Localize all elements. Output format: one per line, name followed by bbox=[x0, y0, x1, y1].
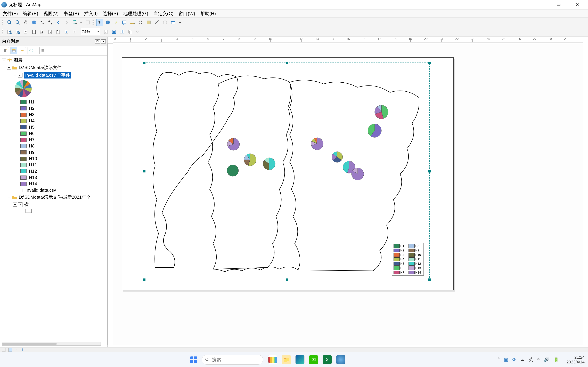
html-popup-icon[interactable] bbox=[121, 19, 128, 26]
toc-group[interactable]: D:\SDMdata\演示文件\最新2021年全 bbox=[19, 194, 91, 200]
legend-row[interactable]: H4 bbox=[2, 118, 106, 124]
legend-row[interactable]: H14 bbox=[2, 181, 106, 187]
toc-tree[interactable]: − 图层 − D:\SDMdata\演示文件 − ✓ Invalid data.… bbox=[0, 56, 107, 347]
find-route-icon[interactable] bbox=[145, 19, 152, 26]
find-icon[interactable] bbox=[137, 19, 144, 26]
dropdown-icon[interactable] bbox=[80, 19, 83, 26]
menu-window[interactable]: 窗口(W) bbox=[179, 10, 195, 17]
maximize-button[interactable]: ▭ bbox=[549, 0, 568, 9]
tree-collapse-icon[interactable]: − bbox=[13, 73, 17, 77]
layer-visibility-checkbox[interactable]: ✓ bbox=[18, 202, 22, 207]
menu-edit[interactable]: 编辑(E) bbox=[23, 10, 38, 17]
start-button[interactable] bbox=[189, 355, 198, 365]
arcmap-taskbar-icon[interactable] bbox=[336, 355, 345, 364]
fixed-zoom-in-icon[interactable] bbox=[39, 19, 46, 26]
full-extent-icon[interactable] bbox=[31, 19, 37, 26]
list-by-visibility-icon[interactable] bbox=[19, 47, 26, 54]
fixed-zoom-out-icon[interactable] bbox=[47, 19, 54, 26]
toc-group[interactable]: D:\SDMdata\演示文件 bbox=[19, 65, 62, 70]
layer-item[interactable]: 省 bbox=[24, 201, 29, 208]
list-by-source-icon[interactable] bbox=[10, 47, 17, 54]
toggle-draft-icon[interactable] bbox=[103, 28, 109, 35]
legend-row[interactable]: H3 bbox=[2, 111, 106, 118]
toolbar-grip[interactable] bbox=[2, 29, 3, 34]
layout-zoom-out-icon[interactable] bbox=[14, 28, 21, 35]
tree-collapse-icon[interactable]: − bbox=[7, 195, 11, 199]
measure-icon[interactable] bbox=[129, 19, 136, 26]
legend-row[interactable]: H8 bbox=[2, 143, 106, 149]
zoom-whole-page-icon[interactable] bbox=[31, 28, 37, 35]
data-driven-pages-icon[interactable] bbox=[127, 28, 134, 35]
toc-pin-icon[interactable]: □ bbox=[95, 39, 100, 43]
taskbar-app-icon[interactable] bbox=[268, 355, 277, 364]
close-button[interactable]: ✕ bbox=[568, 0, 587, 9]
tray-onedrive-icon[interactable]: ▣ bbox=[504, 357, 508, 362]
viewer-window-icon[interactable] bbox=[170, 19, 177, 26]
layout-view[interactable]: H1H8H2H9H3H10H4H11H5H12H6H13H7H14 bbox=[113, 44, 583, 345]
back-icon[interactable] bbox=[55, 19, 62, 26]
legend-row[interactable]: H1 bbox=[2, 99, 106, 105]
layout-zoom-in-icon[interactable] bbox=[6, 28, 13, 35]
list-by-drawing-order-icon[interactable] bbox=[2, 47, 9, 54]
pause-drawing-icon[interactable]: ∥ bbox=[22, 348, 26, 352]
layout-fixed-in-icon[interactable] bbox=[47, 28, 54, 35]
forward-icon[interactable] bbox=[63, 19, 70, 26]
legend-row[interactable]: H12 bbox=[2, 168, 106, 174]
menu-selection[interactable]: 选择(S) bbox=[103, 10, 118, 17]
minimize-button[interactable]: — bbox=[530, 0, 549, 9]
pan-icon[interactable] bbox=[22, 19, 29, 26]
legend-row[interactable]: H11 bbox=[2, 162, 106, 168]
goto-xy-icon[interactable]: XY bbox=[154, 19, 160, 26]
tree-collapse-icon[interactable]: − bbox=[7, 66, 11, 70]
select-features-icon[interactable] bbox=[71, 19, 78, 26]
layout-pan-icon[interactable] bbox=[22, 28, 29, 35]
ime-indicator[interactable]: 英 bbox=[529, 357, 533, 363]
wifi-icon[interactable]: ⌔ bbox=[537, 357, 540, 362]
zoom-100-icon[interactable]: 1:1 bbox=[39, 28, 46, 35]
layer-visibility-checkbox[interactable]: ✓ bbox=[18, 73, 22, 77]
data-view-icon[interactable] bbox=[2, 348, 5, 352]
file-explorer-icon[interactable]: 📁 bbox=[282, 355, 291, 364]
menu-view[interactable]: 视图(V) bbox=[43, 10, 59, 17]
layout-view-icon[interactable] bbox=[9, 348, 12, 352]
layout-fixed-out-icon[interactable] bbox=[55, 28, 62, 35]
menu-file[interactable]: 文件(F) bbox=[3, 10, 18, 17]
edge-icon[interactable]: e bbox=[295, 355, 304, 364]
list-by-selection-icon[interactable] bbox=[27, 47, 34, 54]
legend-row[interactable]: H13 bbox=[2, 174, 106, 181]
toc-options-icon[interactable] bbox=[39, 47, 46, 54]
toolbar-grip[interactable] bbox=[93, 20, 94, 25]
tray-cloud-icon[interactable]: ☁ bbox=[520, 357, 525, 362]
tray-sync-icon[interactable]: ⟳ bbox=[512, 357, 516, 362]
menu-bookmarks[interactable]: 书签(B) bbox=[64, 10, 79, 17]
wechat-icon[interactable]: ✉ bbox=[309, 355, 318, 364]
toolbar-grip[interactable] bbox=[2, 20, 3, 25]
clear-selection-icon[interactable] bbox=[84, 19, 91, 26]
menu-geoprocessing[interactable]: 地理处理(G) bbox=[123, 10, 148, 17]
layout-forward-icon[interactable] bbox=[71, 28, 78, 35]
taskbar-clock[interactable]: 21:24 2023/4/14 bbox=[566, 355, 585, 365]
legend-row[interactable]: H9 bbox=[2, 149, 106, 155]
legend-row[interactable]: H10 bbox=[2, 155, 106, 162]
focus-data-frame-icon[interactable] bbox=[111, 28, 117, 35]
toolbar-options-icon[interactable] bbox=[178, 19, 182, 26]
menu-help[interactable]: 帮助(H) bbox=[200, 10, 216, 17]
menu-customize[interactable]: 自定义(C) bbox=[153, 10, 173, 17]
tray-chevron-icon[interactable]: ˄ bbox=[498, 357, 500, 362]
layout-zoom-combo[interactable]: 74%▾ bbox=[81, 28, 100, 35]
hyperlink-icon[interactable] bbox=[113, 19, 120, 26]
select-elements-icon[interactable] bbox=[96, 19, 103, 26]
toc-horizontal-scrollbar[interactable] bbox=[2, 342, 101, 346]
legend-row[interactable]: H7 bbox=[2, 137, 106, 143]
refresh-icon[interactable]: ↻ bbox=[15, 348, 19, 352]
change-layout-icon[interactable] bbox=[119, 28, 126, 35]
legend-row[interactable]: H6 bbox=[2, 130, 106, 137]
legend-row[interactable]: H2 bbox=[2, 105, 106, 111]
toc-close-icon[interactable]: ✕ bbox=[101, 39, 106, 43]
tree-collapse-icon[interactable]: − bbox=[13, 202, 17, 207]
excel-icon[interactable]: X bbox=[323, 355, 332, 364]
identify-icon[interactable]: i bbox=[104, 19, 111, 26]
toolbar-options-icon[interactable] bbox=[135, 28, 139, 35]
legend-row[interactable]: H5 bbox=[2, 124, 106, 130]
tree-collapse-icon[interactable]: − bbox=[2, 58, 6, 62]
